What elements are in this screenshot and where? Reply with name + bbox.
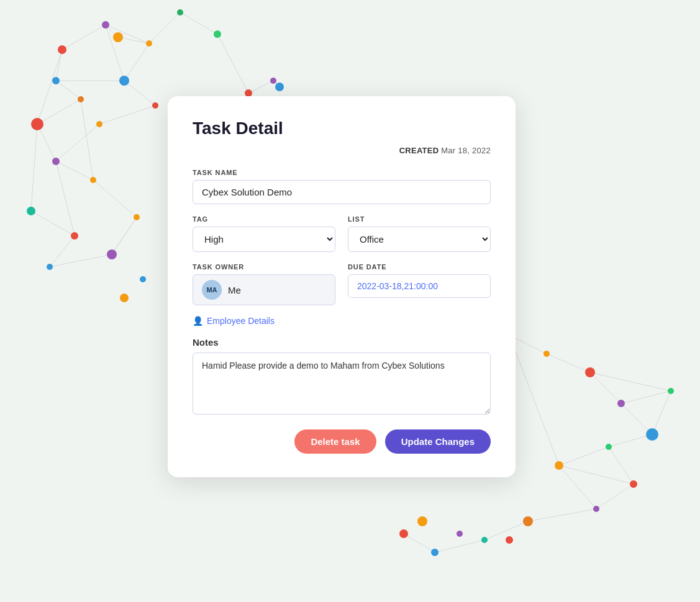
owner-name: Me (228, 285, 241, 295)
svg-line-35 (509, 335, 559, 465)
network-dot (152, 102, 158, 109)
created-date: Mar 18, 2022 (441, 146, 491, 155)
network-dot (270, 78, 276, 84)
svg-line-25 (106, 25, 118, 37)
svg-line-31 (590, 372, 621, 403)
svg-line-13 (31, 124, 37, 211)
network-dot (90, 177, 96, 183)
svg-line-36 (559, 465, 634, 484)
created-line: CREATED Mar 18, 2022 (193, 146, 491, 155)
tag-field: TAG High Medium Low (193, 215, 335, 252)
list-select[interactable]: Office Home Remote (348, 227, 491, 252)
task-owner-field: TASK OWNER MA Me (193, 263, 335, 305)
network-dot (668, 388, 674, 394)
network-dot (146, 40, 152, 47)
tag-select[interactable]: High Medium Low (193, 227, 335, 252)
network-dot (275, 83, 284, 91)
task-name-field: TASK NAME (193, 169, 491, 204)
svg-line-4 (56, 50, 62, 81)
svg-line-37 (596, 484, 634, 509)
task-detail-card: Task Detail CREATED Mar 18, 2022 TASK NA… (168, 96, 516, 477)
svg-line-1 (106, 25, 149, 43)
network-dot (113, 32, 123, 42)
svg-line-30 (547, 354, 590, 372)
svg-line-34 (559, 447, 609, 465)
network-dot (593, 506, 599, 512)
svg-line-27 (217, 34, 248, 93)
svg-line-46 (609, 447, 634, 484)
network-dot (120, 294, 129, 302)
svg-line-11 (56, 161, 93, 180)
svg-line-24 (124, 81, 155, 106)
update-changes-button[interactable]: Update Changes (385, 429, 491, 454)
network-dot (523, 516, 533, 526)
notes-field: Notes (193, 337, 491, 417)
network-dot (214, 30, 221, 38)
svg-line-42 (652, 391, 671, 434)
created-label: CREATED (399, 146, 439, 155)
tag-list-row: TAG High Medium Low LIST Office Home Rem… (193, 215, 491, 252)
due-date-value[interactable]: 2022-03-18,21:00:00 (348, 274, 491, 298)
task-owner-label: TASK OWNER (193, 263, 335, 271)
network-dot (27, 207, 35, 215)
svg-line-23 (99, 106, 155, 124)
list-label: LIST (348, 215, 491, 223)
svg-line-28 (248, 81, 273, 93)
svg-line-15 (56, 161, 75, 236)
svg-line-2 (149, 12, 180, 43)
network-dot (47, 264, 53, 270)
owner-box[interactable]: MA Me (193, 274, 335, 305)
svg-line-40 (435, 540, 484, 552)
network-dot (543, 351, 550, 357)
notes-label: Notes (193, 337, 491, 348)
network-dot (417, 516, 427, 526)
network-dot (96, 121, 102, 127)
network-dot (630, 480, 637, 488)
svg-line-18 (112, 217, 137, 254)
network-dot (457, 531, 463, 537)
notes-textarea[interactable] (193, 353, 491, 415)
network-dot (78, 96, 84, 102)
svg-line-39 (484, 521, 528, 540)
network-dot (481, 537, 488, 543)
network-dot (52, 77, 60, 84)
svg-line-44 (590, 372, 671, 391)
network-dot (646, 428, 658, 441)
svg-line-14 (31, 211, 75, 236)
network-dot (585, 367, 595, 377)
avatar: MA (202, 280, 222, 300)
network-dot (140, 276, 146, 282)
svg-line-9 (37, 99, 81, 124)
svg-line-32 (621, 403, 652, 434)
network-dot (177, 9, 183, 16)
svg-line-8 (56, 81, 81, 99)
tag-label: TAG (193, 215, 335, 223)
delete-task-button[interactable]: Delete task (294, 429, 376, 454)
svg-line-33 (609, 434, 652, 447)
svg-line-22 (56, 124, 99, 161)
button-row: Delete task Update Changes (193, 429, 491, 454)
task-name-input[interactable] (193, 180, 491, 204)
network-dot (119, 76, 129, 86)
svg-line-20 (112, 217, 137, 254)
list-field: LIST Office Home Remote (348, 215, 491, 252)
svg-line-12 (81, 99, 93, 180)
svg-line-0 (62, 25, 106, 50)
network-dot (71, 232, 78, 240)
network-dot (506, 536, 513, 544)
svg-line-45 (559, 465, 596, 509)
svg-line-43 (621, 391, 671, 403)
due-date-field: DUE DATE 2022-03-18,21:00:00 (348, 263, 491, 305)
due-date-label: DUE DATE (348, 263, 491, 271)
network-dot (134, 214, 140, 220)
svg-line-41 (404, 534, 435, 552)
person-icon: 👤 (193, 316, 203, 326)
svg-line-38 (528, 509, 596, 521)
svg-line-16 (50, 236, 75, 267)
svg-line-7 (124, 43, 149, 81)
employee-details-link[interactable]: 👤 Employee Details (193, 316, 275, 326)
network-dot (431, 549, 439, 556)
employee-details-label: Employee Details (207, 316, 275, 326)
svg-line-3 (180, 12, 217, 34)
network-dot (399, 529, 408, 538)
